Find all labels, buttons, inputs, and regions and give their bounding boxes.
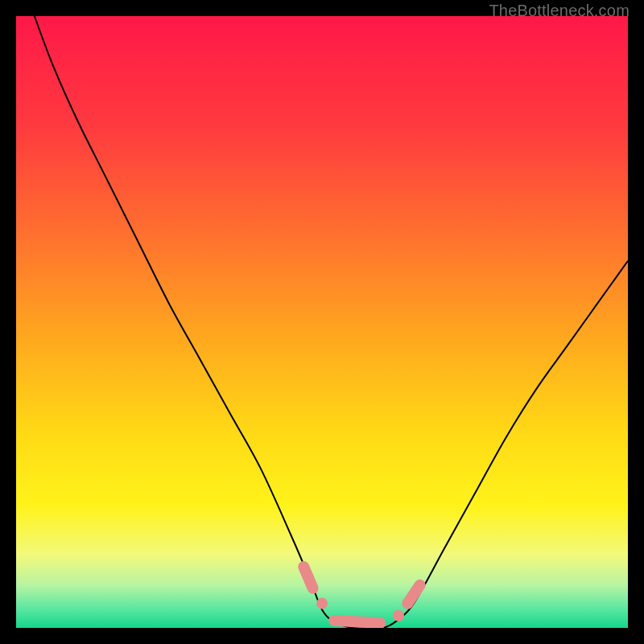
gradient-background — [16, 16, 628, 628]
pink-dot-right-1 — [393, 610, 404, 621]
chart-frame: TheBottleneck.com — [0, 0, 644, 644]
pink-dot-left-2 — [316, 598, 328, 609]
bottleneck-chart — [16, 16, 628, 628]
pink-segment-flat — [334, 621, 380, 623]
